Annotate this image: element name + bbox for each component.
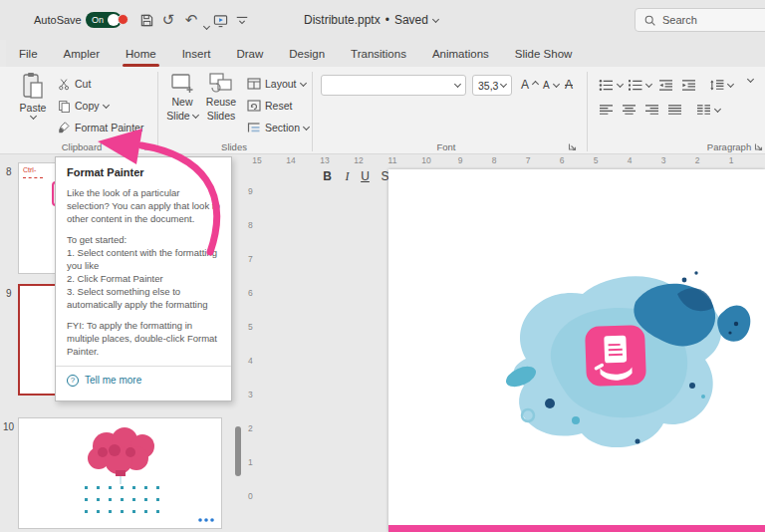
font-size-combobox[interactable]: 35,3 (472, 75, 512, 96)
align-right-button[interactable] (640, 100, 663, 120)
new-slide-button[interactable]: New Slide (163, 72, 201, 122)
copy-label: Copy (75, 100, 100, 112)
document-title[interactable]: Distribute.pptx • Saved (304, 0, 438, 40)
reuse-slides-icon (209, 72, 233, 94)
tab-draw[interactable]: Draw (223, 40, 276, 67)
numbering-chevron-icon (645, 80, 652, 87)
ruler-number: 9 (248, 186, 253, 196)
line-spacing-icon (709, 79, 724, 92)
decrease-indent-button[interactable] (654, 75, 677, 95)
underline-button[interactable]: U (357, 166, 374, 186)
numbering-button[interactable] (624, 75, 655, 95)
paste-button[interactable]: Paste (14, 72, 52, 119)
ruler-number: 3 (248, 390, 253, 399)
bold-button[interactable]: B (319, 166, 336, 186)
cut-label: Cut (75, 78, 91, 90)
tell-me-more-link[interactable]: ? Tell me more (67, 374, 220, 387)
tooltip-fyi: FYI: To apply the formatting in multiple… (67, 319, 220, 358)
format-painter-icon (58, 122, 71, 134)
justify-button[interactable] (663, 100, 686, 120)
horizontal-ruler[interactable]: 15 14 13 12 11 10 9 8 7 6 5 4 3 2 1 (249, 154, 765, 167)
slides-group-label: Slides (221, 141, 247, 152)
slide-10-brain-image (19, 418, 221, 528)
tab-ampler[interactable]: Ampler (51, 40, 113, 67)
notification-dot (118, 14, 128, 25)
align-center-button[interactable] (618, 100, 640, 120)
slide-8-content-squiggle (23, 177, 43, 178)
new-slide-icon (170, 72, 194, 94)
slide-10-thumbnail[interactable] (18, 417, 222, 529)
autosave-label: AutoSave (34, 14, 82, 26)
slide-9-number: 9 (6, 288, 12, 299)
slide-canvas[interactable] (388, 169, 765, 532)
ruler-number: 2 (695, 155, 700, 165)
numbered-list-icon (628, 79, 642, 92)
tooltip-get-started: To get started: (67, 233, 220, 246)
filename: Distribute.pptx (304, 13, 381, 27)
tab-animations[interactable]: Animations (419, 40, 502, 67)
search-box[interactable]: Search (635, 8, 765, 32)
save-icon[interactable] (137, 11, 155, 29)
autosave-toggle[interactable]: On (86, 12, 122, 28)
ruler-number: 15 (252, 155, 261, 165)
reset-button[interactable]: Reset (243, 96, 296, 116)
layout-label: Layout (265, 78, 297, 90)
format-painter-button[interactable]: Format Painter (54, 118, 147, 137)
font-size-value: 35,3 (478, 80, 498, 92)
clear-formatting-button[interactable]: A (561, 75, 577, 95)
bottom-annotation-strip (388, 525, 765, 532)
refresh-icon[interactable]: ↺ (159, 11, 177, 29)
tooltip-step-2: 2. Click Format Painter (67, 272, 220, 285)
tooltip-divider (56, 366, 231, 367)
ribbon-more-chevron-icon[interactable] (747, 76, 754, 83)
bullets-button[interactable] (595, 75, 627, 95)
section-chevron-icon (303, 123, 310, 130)
tab-insert[interactable]: Insert (169, 40, 224, 67)
ruler-number: 7 (248, 254, 253, 264)
reuse-slides-label-1: Reuse (206, 96, 236, 108)
customize-toolbar-icon[interactable] (233, 11, 251, 29)
ruler-number: 13 (320, 155, 329, 165)
tab-transitions[interactable]: Transitions (338, 40, 419, 67)
copy-button[interactable]: Copy (54, 96, 113, 116)
align-center-icon (622, 104, 637, 117)
reset-icon (247, 100, 261, 112)
align-left-button[interactable] (595, 100, 618, 120)
columns-icon (696, 104, 711, 117)
panel-scrollbar[interactable] (235, 426, 241, 476)
tab-file[interactable]: File (6, 40, 51, 67)
reuse-slides-button[interactable]: Reuse Slides (202, 72, 240, 122)
paragraph-dialog-launcher-icon[interactable] (754, 142, 763, 151)
layout-button[interactable]: Layout (243, 74, 310, 94)
new-slide-label-1: New (171, 96, 192, 108)
ruler-number: 8 (248, 220, 253, 230)
question-icon: ? (67, 375, 79, 387)
tab-design[interactable]: Design (276, 40, 338, 67)
format-painter-label: Format Painter (75, 122, 143, 133)
align-right-icon (644, 104, 659, 117)
shrink-font-button[interactable]: A (539, 75, 563, 95)
italic-button[interactable]: I (339, 166, 356, 186)
font-dialog-launcher-icon[interactable] (568, 142, 577, 151)
shrink-font-arrow-icon (553, 80, 560, 87)
group-divider (312, 72, 313, 151)
tab-home[interactable]: Home (113, 40, 169, 67)
line-spacing-button[interactable] (705, 75, 737, 95)
reuse-slides-label-2: Slides (207, 110, 236, 122)
font-name-chevron-icon (454, 81, 461, 88)
start-slideshow-icon[interactable] (211, 11, 229, 29)
ruler-number: 5 (594, 155, 599, 165)
ribbon-tabs: File Ampler Home Insert Draw Design Tran… (6, 40, 765, 67)
section-button[interactable]: Section (243, 118, 313, 137)
increase-indent-button[interactable] (677, 75, 700, 95)
columns-button[interactable] (692, 100, 724, 120)
tab-slide-show[interactable]: Slide Show (502, 40, 586, 67)
autosave-state-label: On (92, 15, 104, 25)
font-name-combobox[interactable] (321, 75, 466, 96)
vertical-ruler[interactable]: 9 8 7 6 5 4 3 2 1 0 (245, 167, 259, 532)
ruler-number: 0 (248, 491, 253, 501)
clipboard-dialog-launcher-icon[interactable] (143, 142, 152, 151)
cut-button[interactable]: Cut (54, 74, 95, 94)
ruler-number: 2 (248, 423, 253, 433)
bullet-list-icon (599, 79, 614, 92)
